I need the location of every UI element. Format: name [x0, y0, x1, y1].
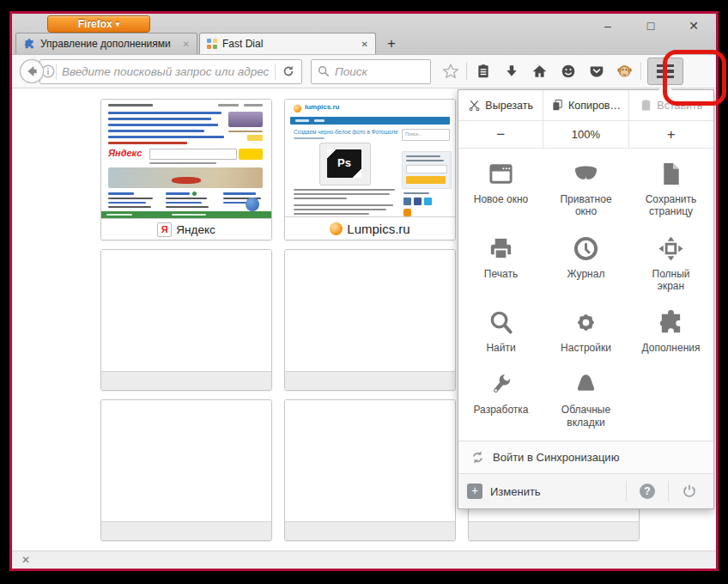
url-bar[interactable] — [39, 59, 302, 84]
menu-item-save-page[interactable]: Сохранить страницу — [628, 154, 713, 225]
back-button[interactable] — [19, 58, 45, 84]
screenshot-root: { "window": { "firefox_button": {"label"… — [0, 0, 728, 584]
gear-icon — [573, 309, 599, 336]
zoom-out-button[interactable]: − — [458, 121, 543, 148]
minimize-button[interactable]: – — [598, 18, 618, 33]
copy-icon — [551, 99, 564, 112]
menu-item-history[interactable]: Журнал — [543, 228, 628, 300]
menu-item-developer[interactable]: Разработка — [458, 364, 543, 435]
scissors-icon — [468, 99, 481, 112]
sync-label: Войти в Синхронизацию — [493, 451, 619, 464]
url-input[interactable] — [57, 65, 275, 78]
firefox-menu-button[interactable]: Firefox▾ — [47, 15, 150, 33]
yandex-favicon: Я — [157, 222, 172, 237]
cut-label: Вырезать — [485, 100, 533, 112]
quit-button[interactable] — [674, 484, 705, 499]
bookmark-star-button[interactable] — [436, 58, 464, 84]
tab-close-icon[interactable]: ✕ — [361, 40, 368, 49]
tile-caption: Lumpics.ru — [285, 216, 455, 240]
clipboard-icon — [476, 63, 491, 80]
cloud-tabs-icon — [573, 371, 599, 398]
feedback-button[interactable] — [554, 58, 582, 84]
mask-icon — [573, 161, 599, 187]
sidebar-search-placeholder: Поиск... — [405, 131, 422, 137]
tile-caption-label: Яндекс — [176, 223, 215, 236]
yandex-search-button — [239, 149, 263, 160]
dial-tile-empty[interactable] — [100, 399, 272, 541]
search-input[interactable] — [330, 65, 427, 78]
sync-sign-in[interactable]: Войти в Синхронизацию — [458, 441, 713, 473]
lumpics-logo-small — [294, 105, 301, 113]
app-menu-panel: Вырезать Копиров… Вставить — [458, 89, 714, 509]
menu-grid: Новое окно Приватное окно Сохранить стра… — [458, 149, 713, 441]
pocket-icon — [589, 64, 604, 79]
wrench-icon — [488, 371, 514, 398]
pocket-button[interactable] — [582, 58, 610, 84]
tab-addons-manager[interactable]: Управление дополнениями ✕ — [15, 33, 197, 54]
panel-anchor-arrow — [658, 83, 672, 90]
hamburger-icon — [657, 64, 674, 68]
lumpics-site-name: lumpics.ru — [305, 103, 339, 111]
zoom-level[interactable]: 100% — [543, 121, 628, 148]
paste-button[interactable]: Вставить — [628, 90, 713, 120]
zoom-in-button[interactable]: + — [628, 121, 713, 148]
downloads-button[interactable] — [497, 58, 525, 84]
save-page-icon — [658, 161, 684, 187]
reload-button[interactable] — [276, 60, 301, 83]
tab-close-icon[interactable]: ✕ — [183, 40, 190, 49]
customize-button[interactable]: + Изменить — [467, 484, 621, 499]
tab-fast-dial[interactable]: Fast Dial ✕ — [199, 33, 376, 54]
fast-dial-icon — [207, 39, 217, 49]
extension-button[interactable] — [610, 58, 639, 84]
smiley-icon — [561, 64, 576, 79]
fullscreen-icon — [658, 235, 684, 262]
zoom-controls-row: − 100% + — [458, 121, 713, 149]
vk-icon — [403, 198, 411, 205]
menu-item-fullscreen[interactable]: Полный экран — [628, 228, 713, 300]
power-icon — [682, 484, 697, 499]
findbar: ✕ — [12, 551, 716, 569]
puzzle-icon — [658, 309, 684, 336]
new-tab-button[interactable]: + — [379, 33, 403, 54]
menu-button[interactable] — [647, 58, 683, 85]
menu-item-new-window[interactable]: Новое окно — [458, 154, 543, 225]
findbar-close-icon[interactable]: ✕ — [21, 554, 30, 566]
search-box[interactable] — [311, 59, 431, 84]
navigation-toolbar — [12, 54, 716, 88]
lumpics-favicon — [330, 222, 343, 235]
home-button[interactable] — [525, 58, 554, 84]
dial-tile-empty[interactable] — [284, 399, 456, 541]
menu-item-settings[interactable]: Настройки — [543, 302, 628, 361]
plus-icon: + — [467, 484, 482, 499]
menu-item-cloud-tabs[interactable]: Облачные вкладки — [543, 364, 628, 435]
reload-icon — [282, 64, 295, 78]
footer-divider — [668, 481, 669, 502]
window-controls: – □ ✕ — [575, 18, 704, 33]
maximize-button[interactable]: □ — [640, 18, 661, 33]
menu-item-private-window[interactable]: Приватное окно — [543, 154, 628, 225]
dial-tile-lumpics[interactable]: lumpics.ru Создаем черно-белое фото в Фо… — [284, 99, 456, 240]
yandex-thumbnail: Яндекс — [101, 100, 271, 218]
menu-item-print[interactable]: Печать — [458, 228, 543, 300]
tile-caption: Я Яндекс — [101, 218, 271, 240]
yandex-logo: Яндекс — [108, 148, 142, 158]
help-icon: ? — [640, 484, 655, 499]
bookmarks-menu-button[interactable] — [469, 58, 497, 84]
toolbar-icons — [436, 58, 683, 85]
ad-image — [228, 112, 263, 127]
menu-item-addons[interactable]: Дополнения — [628, 302, 713, 361]
dial-tile-empty[interactable] — [284, 249, 456, 391]
sync-icon — [470, 450, 485, 465]
copy-label: Копиров… — [568, 100, 621, 112]
monkey-icon — [616, 64, 633, 80]
rss-icon — [403, 209, 411, 216]
cut-button[interactable]: Вырезать — [458, 90, 543, 120]
dial-tile-yandex[interactable]: Яндекс — [100, 99, 272, 240]
paste-label: Вставить — [657, 100, 702, 112]
tab-label: Управление дополнениями — [40, 38, 178, 50]
copy-button[interactable]: Копиров… — [543, 90, 628, 120]
close-button[interactable]: ✕ — [683, 18, 704, 33]
dial-tile-empty[interactable] — [100, 249, 272, 391]
menu-item-find[interactable]: Найти — [458, 302, 543, 361]
help-button[interactable]: ? — [632, 484, 663, 499]
